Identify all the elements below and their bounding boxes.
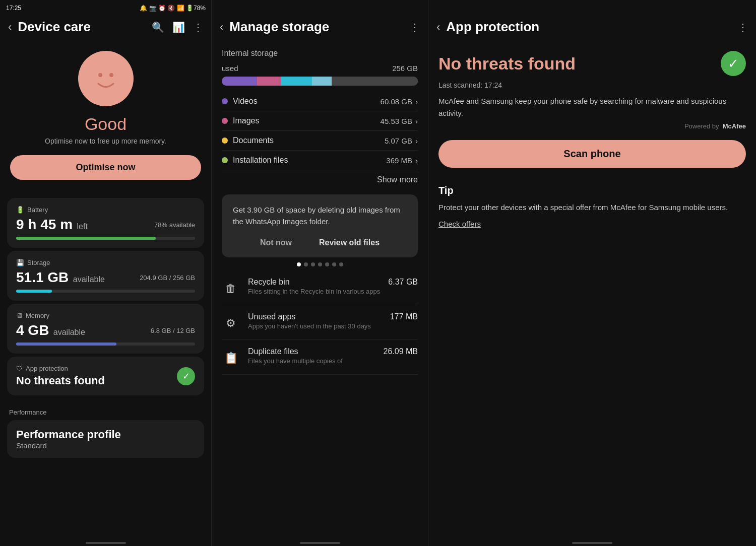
back-button-2[interactable]: ‹ bbox=[220, 21, 223, 34]
panel-app-protection: 17:25 ⏰ 🔇 📶 🔋78% ‹ App protection ⋮ No t… bbox=[428, 0, 756, 546]
perf-profile-title: Performance profile bbox=[16, 428, 195, 441]
storage-value: 51.1 GB bbox=[16, 269, 69, 285]
optimise-now-button[interactable]: Optimise now bbox=[10, 155, 201, 180]
duplicate-files-title: Duplicate files 26.09 MB bbox=[248, 347, 418, 356]
chevron-install: › bbox=[415, 156, 418, 165]
tip-text: Protect your other devices with a specia… bbox=[438, 201, 746, 214]
last-scanned: Last scanned: 17:24 bbox=[438, 81, 746, 89]
hero-section: Good Optimise now to free up more memory… bbox=[0, 41, 211, 195]
unused-apps-sub: Apps you haven't used in the past 30 day… bbox=[248, 322, 418, 330]
back-button-3[interactable]: ‹ bbox=[436, 21, 440, 34]
mcafee-brand: McAfee bbox=[723, 122, 746, 130]
dot-install bbox=[222, 157, 228, 163]
tip-title: Tip bbox=[438, 185, 746, 196]
threats-row: No threats found ✓ bbox=[438, 51, 746, 76]
check-offers-link[interactable]: Check offers bbox=[438, 220, 746, 228]
panel3-header: ‹ App protection ⋮ bbox=[428, 0, 756, 41]
recycle-bin-icon: 🗑 bbox=[222, 280, 240, 298]
videos-label: Videos bbox=[233, 97, 258, 106]
shield-green-badge: ✓ bbox=[177, 367, 195, 385]
used-label: used bbox=[222, 64, 238, 73]
storage-item-install[interactable]: Installation files 369 MB › bbox=[222, 151, 418, 170]
storage-seg-install bbox=[312, 77, 332, 86]
app-prot-left: 🛡 App protection No threats found bbox=[16, 365, 105, 387]
show-more-button[interactable]: Show more bbox=[222, 170, 418, 189]
storage-unit: available bbox=[73, 275, 105, 284]
chevron-documents: › bbox=[415, 136, 418, 145]
chevron-videos: › bbox=[415, 97, 418, 106]
more-icon-2[interactable]: ⋮ bbox=[410, 21, 420, 33]
hero-subtitle: Optimise now to free up more memory. bbox=[45, 137, 166, 145]
performance-section: Performance Performance profile Standard bbox=[7, 400, 204, 461]
storage-item-videos[interactable]: Videos 60.08 GB › bbox=[222, 92, 418, 111]
tip-section: Tip Protect your other devices with a sp… bbox=[428, 185, 756, 228]
dot-6 bbox=[332, 262, 336, 266]
review-old-files-button[interactable]: Review old files bbox=[313, 235, 386, 250]
shield-badge-large: ✓ bbox=[721, 51, 746, 76]
storage-progress-bar bbox=[16, 290, 195, 293]
scan-phone-button[interactable]: Scan phone bbox=[438, 140, 746, 168]
battery-card[interactable]: 🔋 Battery 9 h 45 m left 78% available bbox=[7, 198, 204, 248]
back-button-1[interactable]: ‹ bbox=[8, 21, 12, 34]
popup-buttons: Not now Review old files bbox=[233, 235, 407, 250]
panel-manage-storage: 17:26 📷 ⏰ 🔇 📶 🔋78% ‹ Manage storage ⋮ In… bbox=[212, 0, 428, 546]
dot-1 bbox=[297, 262, 301, 266]
dot-2 bbox=[304, 262, 308, 266]
unused-apps-item[interactable]: ⚙ Unused apps 177 MB Apps you haven't us… bbox=[222, 305, 418, 340]
unused-apps-title: Unused apps 177 MB bbox=[248, 312, 418, 321]
memory-row: 4 GB available 6.8 GB / 12 GB bbox=[16, 322, 195, 338]
dot-5 bbox=[325, 262, 329, 266]
battery-label: 🔋 Battery bbox=[16, 206, 195, 214]
storage-seg-images bbox=[257, 77, 281, 86]
storage-seg-docs bbox=[281, 77, 312, 86]
storage-seg-free bbox=[332, 77, 418, 86]
internal-storage-label: Internal storage bbox=[222, 49, 418, 58]
unused-apps-size: 177 MB bbox=[390, 312, 418, 321]
battery-row: 9 h 45 m left 78% available bbox=[16, 217, 195, 233]
images-size: 45.53 GB bbox=[381, 117, 412, 125]
recycle-bin-size: 6.37 GB bbox=[388, 278, 418, 287]
panel1-icons: 🔍 📊 ⋮ bbox=[152, 21, 203, 33]
storage-card[interactable]: 💾 Storage 51.1 GB available 204.9 GB / 2… bbox=[7, 251, 204, 301]
status-bar-1: 17:25 🔔 📷 ⏰ 🔇 📶 🔋78% bbox=[0, 0, 212, 16]
chart-icon[interactable]: 📊 bbox=[172, 21, 185, 33]
hero-title: Good bbox=[85, 114, 127, 134]
not-now-button[interactable]: Not now bbox=[254, 235, 298, 250]
storage-item-documents[interactable]: Documents 5.07 GB › bbox=[222, 131, 418, 151]
recycle-bin-sub: Files sitting in the Recycle bin in vari… bbox=[248, 288, 418, 295]
more-icon[interactable]: ⋮ bbox=[193, 21, 203, 33]
battery-progress-bar bbox=[16, 237, 195, 240]
carousel-dots bbox=[222, 262, 418, 266]
storage-row: 51.1 GB available 204.9 GB / 256 GB bbox=[16, 269, 195, 286]
duplicate-files-item[interactable]: 📋 Duplicate files 26.09 MB Files you hav… bbox=[222, 340, 418, 375]
time-1: 17:25 bbox=[6, 5, 21, 12]
dot-7 bbox=[339, 262, 343, 266]
svg-point-1 bbox=[98, 73, 102, 77]
memory-value: 4 GB bbox=[16, 322, 49, 338]
storage-item-images[interactable]: Images 45.53 GB › bbox=[222, 111, 418, 131]
recycle-bin-title: Recycle bin 6.37 GB bbox=[248, 278, 418, 287]
battery-unit: left bbox=[77, 222, 88, 231]
status-icons-1: 🔔 📷 ⏰ 🔇 📶 🔋78% bbox=[140, 5, 206, 12]
battery-value: 9 h 45 m bbox=[16, 217, 73, 232]
performance-card[interactable]: Performance profile Standard bbox=[7, 420, 204, 458]
memory-card[interactable]: 🖥 Memory 4 GB available 6.8 GB / 12 GB bbox=[7, 304, 204, 354]
duplicate-files-icon: 📋 bbox=[222, 349, 240, 367]
search-icon[interactable]: 🔍 bbox=[152, 21, 164, 33]
dot-images bbox=[222, 118, 228, 124]
memory-progress-bar bbox=[16, 343, 195, 346]
storage-content: Internal storage used 256 GB Videos bbox=[212, 41, 428, 380]
app-protection-card[interactable]: 🛡 App protection No threats found ✓ bbox=[7, 357, 204, 395]
more-icon-3[interactable]: ⋮ bbox=[738, 21, 748, 33]
unused-apps-icon: ⚙ bbox=[222, 314, 240, 332]
dot-videos bbox=[222, 98, 228, 104]
memory-label: 🖥 Memory bbox=[16, 312, 195, 319]
documents-label: Documents bbox=[233, 136, 274, 145]
battery-progress-fill bbox=[16, 237, 156, 240]
dot-documents bbox=[222, 138, 228, 144]
recycle-bin-item[interactable]: 🗑 Recycle bin 6.37 GB Files sitting in t… bbox=[222, 270, 418, 305]
panel1-title: Device care bbox=[18, 19, 146, 35]
threats-title: No threats found bbox=[438, 54, 576, 74]
app-prot-hero: No threats found ✓ Last scanned: 17:24 M… bbox=[428, 41, 756, 185]
battery-icon: 🔋 bbox=[16, 206, 24, 214]
